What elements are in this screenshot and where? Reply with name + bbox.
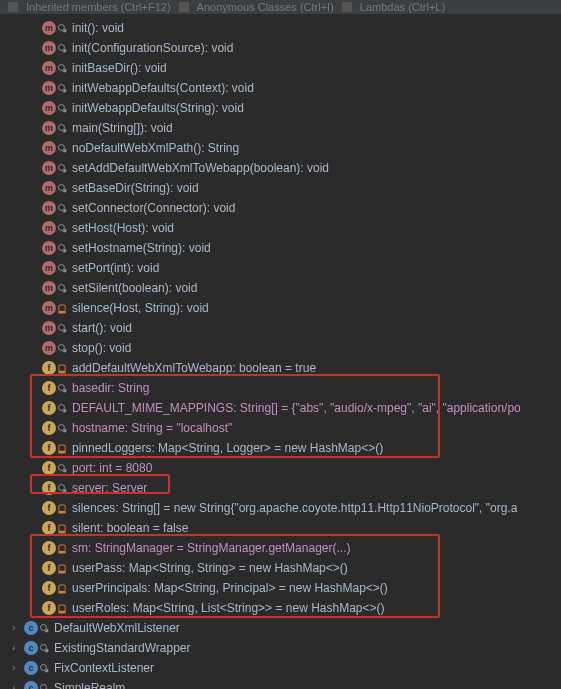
member-label: init(ConfigurationSource): void [72, 41, 233, 55]
member-label: ExistingStandardWrapper [54, 641, 191, 655]
member-label: start(): void [72, 321, 132, 335]
key-icon [58, 144, 66, 152]
member-label: setHost(Host): void [72, 221, 174, 235]
method-icon: m [42, 261, 56, 275]
method-item[interactable]: msetAddDefaultWebXmlToWebapp(boolean): v… [0, 158, 561, 178]
key-icon [58, 164, 66, 172]
member-label: hostname: String = "localhost" [72, 421, 232, 435]
method-item[interactable]: msetHost(Host): void [0, 218, 561, 238]
member-label: userRoles: Map<String, List<String>> = n… [72, 601, 385, 615]
class-icon: c [24, 681, 38, 689]
field-item[interactable]: fuserPass: Map<String, String> = new Has… [0, 558, 561, 578]
key-icon [58, 484, 66, 492]
field-icon: f [42, 521, 56, 535]
inner-class-item[interactable]: ›cExistingStandardWrapper [0, 638, 561, 658]
member-label: silence(Host, String): void [72, 301, 209, 315]
field-item[interactable]: faddDefaultWebXmlToWebapp: boolean = tru… [0, 358, 561, 378]
lock-icon [58, 604, 66, 612]
method-item[interactable]: msilence(Host, String): void [0, 298, 561, 318]
toolbar-item-label[interactable]: Lambdas (Ctrl+L) [360, 1, 445, 13]
method-item[interactable]: minit(ConfigurationSource): void [0, 38, 561, 58]
field-item[interactable]: fuserRoles: Map<String, List<String>> = … [0, 598, 561, 618]
checkbox-icon[interactable] [179, 2, 189, 12]
member-label: addDefaultWebXmlToWebapp: boolean = true [72, 361, 316, 375]
member-label: setBaseDir(String): void [72, 181, 199, 195]
lock-icon [58, 564, 66, 572]
field-item[interactable]: fhostname: String = "localhost" [0, 418, 561, 438]
field-item[interactable]: fuserPrincipals: Map<String, Principal> … [0, 578, 561, 598]
member-label: setAddDefaultWebXmlToWebapp(boolean): vo… [72, 161, 329, 175]
class-icon: c [24, 641, 38, 655]
structure-toolbar: Inherited members (Ctrl+F12) Anonymous C… [0, 0, 561, 14]
key-icon [58, 64, 66, 72]
structure-tree[interactable]: minit(): voidminit(ConfigurationSource):… [0, 14, 561, 689]
class-icon: c [24, 661, 38, 675]
member-label: port: int = 8080 [72, 461, 152, 475]
field-icon: f [42, 481, 56, 495]
field-icon: f [42, 361, 56, 375]
field-icon: f [42, 541, 56, 555]
inner-class-item[interactable]: ›cSimpleRealm [0, 678, 561, 689]
expand-icon[interactable]: › [12, 682, 22, 689]
key-icon [58, 264, 66, 272]
member-label: SimpleRealm [54, 681, 125, 689]
field-icon: f [42, 381, 56, 395]
field-item[interactable]: fsilences: String[] = new String{"org.ap… [0, 498, 561, 518]
member-label: pinnedLoggers: Map<String, Logger> = new… [72, 441, 383, 455]
method-icon: m [42, 121, 56, 135]
field-item[interactable]: fpinnedLoggers: Map<String, Logger> = ne… [0, 438, 561, 458]
key-icon [58, 384, 66, 392]
method-icon: m [42, 241, 56, 255]
method-item[interactable]: minitWebappDefaults(String): void [0, 98, 561, 118]
field-item[interactable]: fsilent: boolean = false [0, 518, 561, 538]
field-icon: f [42, 421, 56, 435]
member-label: setSilent(boolean): void [72, 281, 197, 295]
key-icon [58, 344, 66, 352]
key-icon [58, 84, 66, 92]
method-icon: m [42, 301, 56, 315]
member-label: server: Server [72, 481, 147, 495]
method-item[interactable]: mnoDefaultWebXmlPath(): String [0, 138, 561, 158]
inner-class-item[interactable]: ›cFixContextListener [0, 658, 561, 678]
method-item[interactable]: msetSilent(boolean): void [0, 278, 561, 298]
inner-class-item[interactable]: ›cDefaultWebXmlListener [0, 618, 561, 638]
expand-icon[interactable]: › [12, 662, 22, 672]
checkbox-icon[interactable] [8, 2, 18, 12]
class-icon: c [24, 621, 38, 635]
field-item[interactable]: fport: int = 8080 [0, 458, 561, 478]
method-item[interactable]: minitBaseDir(): void [0, 58, 561, 78]
expand-icon[interactable]: › [12, 622, 22, 632]
toolbar-item-label[interactable]: Anonymous Classes (Ctrl+I) [197, 1, 334, 13]
method-item[interactable]: msetHostname(String): void [0, 238, 561, 258]
method-item[interactable]: msetConnector(Connector): void [0, 198, 561, 218]
field-icon: f [42, 601, 56, 615]
key-icon [58, 404, 66, 412]
lock-icon [58, 524, 66, 532]
field-item[interactable]: fDEFAULT_MIME_MAPPINGS: String[] = {"abs… [0, 398, 561, 418]
method-item[interactable]: msetPort(int): void [0, 258, 561, 278]
method-icon: m [42, 161, 56, 175]
member-label: setConnector(Connector): void [72, 201, 235, 215]
lock-icon [58, 364, 66, 372]
method-item[interactable]: minitWebappDefaults(Context): void [0, 78, 561, 98]
member-label: main(String[]): void [72, 121, 173, 135]
method-item[interactable]: msetBaseDir(String): void [0, 178, 561, 198]
member-label: DefaultWebXmlListener [54, 621, 180, 635]
method-item[interactable]: minit(): void [0, 18, 561, 38]
key-icon [58, 44, 66, 52]
method-item[interactable]: mstop(): void [0, 338, 561, 358]
method-item[interactable]: mmain(String[]): void [0, 118, 561, 138]
field-item[interactable]: fsm: StringManager = StringManager.getMa… [0, 538, 561, 558]
field-item[interactable]: fbasedir: String [0, 378, 561, 398]
toolbar-item-label[interactable]: Inherited members (Ctrl+F12) [26, 1, 171, 13]
key-icon [40, 684, 48, 689]
member-label: userPass: Map<String, String> = new Hash… [72, 561, 348, 575]
member-label: setPort(int): void [72, 261, 159, 275]
method-icon: m [42, 321, 56, 335]
member-label: initBaseDir(): void [72, 61, 167, 75]
field-item[interactable]: fserver: Server [0, 478, 561, 498]
key-icon [58, 464, 66, 472]
checkbox-icon[interactable] [342, 2, 352, 12]
method-item[interactable]: mstart(): void [0, 318, 561, 338]
expand-icon[interactable]: › [12, 642, 22, 652]
